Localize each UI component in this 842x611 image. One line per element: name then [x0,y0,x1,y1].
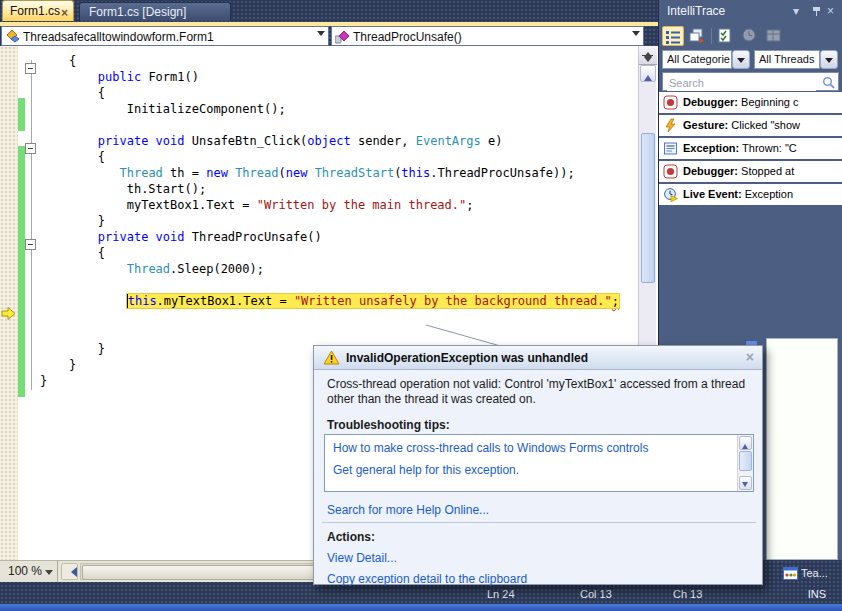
code-line[interactable]: public Form1() [0,69,638,85]
code-line[interactable] [0,325,638,341]
scroll-down-button[interactable] [739,476,752,490]
code-line[interactable]: private void UnsafeBtn_Click(object send… [0,133,638,149]
code-line[interactable]: { [0,245,638,261]
code-line[interactable] [0,117,638,133]
team-explorer-icon[interactable] [783,566,798,584]
tab-close-icon[interactable]: × [61,3,68,23]
code-line[interactable]: } [0,213,638,229]
code-token: private [98,230,149,244]
troubleshooting-tip-link[interactable]: How to make cross-thread calls to Window… [333,440,753,457]
threads-filter-value[interactable]: All Threads [754,50,820,69]
scroll-thumb[interactable] [739,451,752,471]
method-icon [335,29,350,44]
chevron-down-icon[interactable] [45,570,53,579]
event-text: Live Event: Exception [683,188,793,200]
event-text: Gesture: Clicked "show [683,119,800,131]
status-bar-accent [0,604,842,611]
code-line[interactable]: InitializeComponent(); [0,101,638,117]
vertical-scroll-thumb[interactable] [641,133,655,283]
split-bar-icon [642,55,653,56]
search-help-online-link[interactable]: Search for more Help Online... [327,503,489,517]
troubleshooting-tip-link[interactable]: Get general help for this exception. [333,462,753,479]
code-token: th = [163,166,206,180]
down-arrow-icon [742,482,748,490]
method-navigation-combo[interactable]: ThreadProcUnsafe() [331,26,644,46]
code-token: Thread [235,166,278,180]
tips-scrollbar[interactable] [737,435,753,491]
code-line[interactable]: th.Start(); [0,181,638,197]
code-line[interactable]: Thread th = new Thread(new ThreadStart(t… [0,165,638,181]
code-token: ( [278,166,285,180]
threads-filter-dropdown[interactable] [820,50,838,69]
event-category: Debugger: [683,165,738,177]
scroll-up-button[interactable] [739,436,752,450]
tips-listbox[interactable]: How to make cross-thread calls to Window… [324,434,754,492]
search-input[interactable] [667,74,816,91]
events-view-button[interactable] [662,26,684,46]
code-token [40,262,127,276]
tab-form1-cs-design[interactable]: Form1.cs [Design] [79,2,231,21]
code-line[interactable]: private void ThreadProcUnsafe() [0,229,638,245]
intellitrace-event-row[interactable]: Debugger: Stopped at [659,161,842,182]
code-token: { [40,150,105,164]
intellitrace-event-row[interactable]: Gesture: Clicked "show [659,115,842,136]
team-explorer-label[interactable]: Tea... [801,567,828,579]
window-menu-chevron-icon[interactable]: ▾ [793,4,799,18]
code-token: UnsafeBtn_Click( [185,134,308,148]
close-icon[interactable]: × [827,4,834,18]
view-detail-link[interactable]: View Detail... [327,551,397,565]
code-token [40,134,98,148]
intellitrace-event-row[interactable]: Exception: Thrown: "C [659,138,842,159]
intellitrace-event-row[interactable]: Debugger: Beginning c [659,92,842,113]
code-token: } [40,214,105,228]
code-token: object [307,134,350,148]
code-token [40,70,98,84]
event-text: Debugger: Beginning c [683,96,799,108]
chevron-down-icon[interactable] [317,31,325,40]
class-navigation-combo[interactable]: Threadsafecalltowindowform.Form1 [1,26,329,46]
code-token: { [40,246,105,260]
code-token: private [98,134,149,148]
pin-icon[interactable] [813,7,820,11]
code-token: Form1() [141,70,199,84]
popup-header[interactable]: InvalidOperationException was unhandled … [314,346,762,370]
popup-divider [322,522,756,523]
intellitrace-event-row[interactable]: Live Event: Exception [659,184,842,205]
show-calls-view-button [763,26,785,46]
code-line[interactable]: myTextBox1.Text = "Written by the main t… [0,197,638,213]
search-icon[interactable] [822,75,835,93]
code-line[interactable]: { [0,149,638,165]
chevron-down-icon [825,58,833,67]
code-token: Thread [119,166,162,180]
scroll-left-button[interactable] [61,563,78,580]
code-text-area[interactable]: { public Form1() { InitializeComponent()… [0,53,638,389]
panel-title-bar[interactable]: IntelliTrace ▾ × [659,0,842,22]
code-line[interactable] [0,309,638,325]
code-token: new [206,166,228,180]
categories-filter-dropdown[interactable] [732,50,750,69]
horizontal-scroll-thumb[interactable] [82,565,320,580]
collect-settings-button[interactable] [715,26,737,46]
close-icon[interactable]: × [746,349,754,365]
code-token [148,230,155,244]
gesture-event-icon [663,118,678,136]
split-window-handle[interactable] [639,46,657,65]
tab-form1-cs[interactable]: Form1.cs × [2,0,74,21]
code-line[interactable]: Thread.Sleep(2000); [0,261,638,277]
categories-filter-value[interactable]: All Categorie [662,50,732,69]
debugger-event-icon [663,164,678,182]
switch-views-button[interactable] [686,26,708,46]
code-line[interactable]: { [0,53,638,69]
chevron-down-icon[interactable] [632,31,640,40]
chevron-down-icon [737,58,745,67]
code-token: ; [612,294,619,308]
event-category: Debugger: [683,96,738,108]
code-token [148,134,155,148]
code-line[interactable] [0,277,638,293]
code-line[interactable]: { [0,85,638,101]
code-line[interactable]: this.myTextBox1.Text = "Written unsafely… [0,293,638,309]
copy-exception-link[interactable]: Copy exception detail to the clipboard [327,572,527,586]
scroll-up-button[interactable] [640,65,656,82]
intellitrace-search-box[interactable] [662,72,839,91]
zoom-control[interactable]: 100 % [0,561,58,582]
